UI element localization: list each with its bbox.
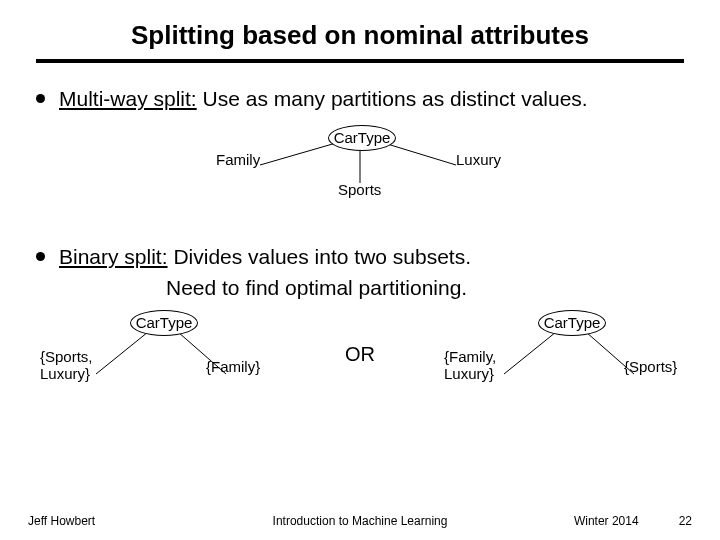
multiway-right-leaf: Luxury	[456, 151, 501, 168]
binary-line2: Need to find optimal partitioning.	[166, 274, 684, 302]
multiway-node: CarType	[328, 125, 396, 151]
multiway-tree: CarType Family Sports Luxury	[36, 121, 684, 231]
svg-line-0	[260, 143, 336, 165]
multiway-mid-leaf: Sports	[338, 181, 381, 198]
binary-line1: Divides values into two subsets.	[168, 245, 471, 268]
multiway-text: Use as many partitions as distinct value…	[197, 87, 588, 110]
multiway-left-leaf: Family	[216, 151, 260, 168]
svg-line-3	[96, 332, 148, 374]
binary-left-right-leaf: {Family}	[206, 358, 260, 375]
bullet-binary: Binary split: Divides values into two su…	[36, 243, 684, 271]
or-label: OR	[337, 343, 383, 366]
slide-title: Splitting based on nominal attributes	[36, 20, 684, 51]
binary-left-node: CarType	[130, 310, 198, 336]
multiway-label: Multi-way split:	[59, 87, 197, 110]
binary-tree-right: CarType {Family, Luxury} {Sports}	[434, 304, 684, 404]
footer: Jeff Howbert Introduction to Machine Lea…	[0, 514, 720, 528]
binary-label: Binary split:	[59, 245, 168, 268]
binary-tree-left: CarType {Sports, Luxury} {Family}	[36, 304, 286, 404]
bullet-multiway: Multi-way split: Use as many partitions …	[36, 85, 684, 113]
binary-right-left-leaf: {Family, Luxury}	[444, 348, 496, 382]
binary-right-node: CarType	[538, 310, 606, 336]
title-rule	[36, 59, 684, 63]
svg-line-2	[384, 143, 456, 165]
binary-right-right-leaf: {Sports}	[624, 358, 677, 375]
footer-center: Introduction to Machine Learning	[0, 514, 720, 528]
bullet-dot-icon	[36, 94, 45, 103]
bullet-dot-icon	[36, 252, 45, 261]
binary-row: CarType {Sports, Luxury} {Family} OR Car…	[36, 304, 684, 404]
svg-line-5	[504, 332, 556, 374]
binary-left-left-leaf: {Sports, Luxury}	[40, 348, 93, 382]
